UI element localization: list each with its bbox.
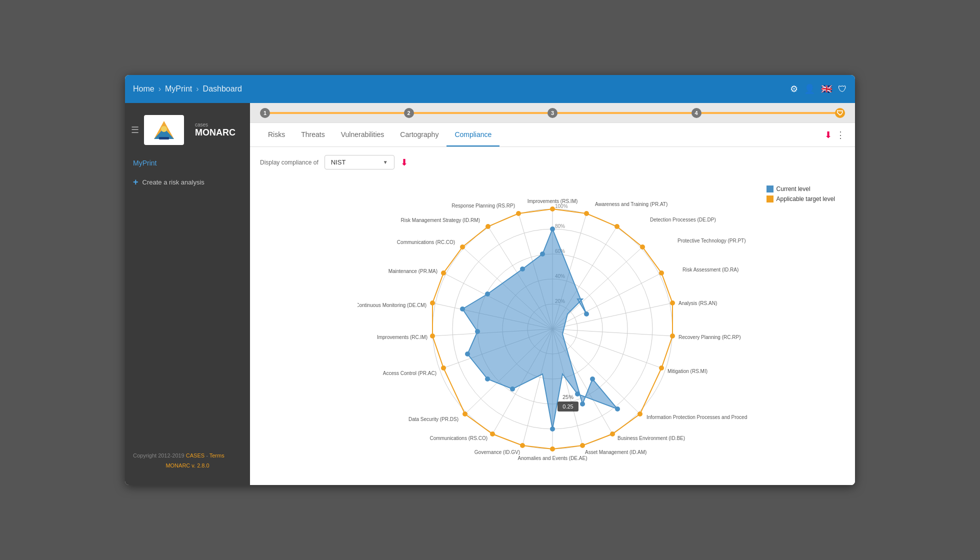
svg-text:Communications (RC.CO): Communications (RC.CO)	[397, 240, 455, 245]
select-value: NIST	[331, 158, 346, 166]
svg-text:Communications (RS.CO): Communications (RS.CO)	[430, 436, 488, 441]
titlebar-actions: ⚙ 👤 🇬🇧 🛡	[790, 84, 847, 94]
svg-point-52	[441, 366, 446, 370]
breadcrumb-myprint[interactable]: MyPrint	[165, 84, 192, 94]
terms-link[interactable]: Terms	[210, 452, 224, 458]
svg-point-45	[638, 412, 642, 416]
logo	[144, 115, 184, 145]
svg-text:Detection Processes (DE.DP): Detection Processes (DE.DP)	[650, 217, 716, 222]
progress-bar: 1 2 3 4 🛡	[250, 103, 855, 123]
svg-point-61	[584, 312, 589, 316]
tab-compliance[interactable]: Compliance	[446, 123, 500, 146]
download-tab-icon[interactable]: ⬇	[824, 130, 832, 140]
svg-point-58	[516, 211, 521, 216]
svg-point-54	[430, 300, 435, 306]
svg-text:Maintenance (PR.MA): Maintenance (PR.MA)	[388, 268, 438, 274]
svg-text:100%: 100%	[555, 204, 568, 209]
download-chart-icon[interactable]: ⬇	[400, 157, 408, 168]
svg-rect-3	[159, 137, 169, 140]
chart-legend: Current level Applicable target level	[766, 186, 835, 202]
nist-select[interactable]: NIST ▼	[324, 155, 394, 170]
cases-label: cases	[195, 122, 236, 128]
svg-point-55	[441, 270, 446, 276]
svg-point-42	[670, 300, 675, 306]
breadcrumb-sep2: ›	[196, 84, 198, 94]
cases-link[interactable]: CASES	[186, 452, 204, 458]
progress-step-4[interactable]: 4	[692, 108, 702, 118]
copyright-text: Copyright 2012-2019	[133, 452, 186, 458]
breadcrumb-dashboard[interactable]: Dashboard	[203, 84, 242, 94]
radar-grid: 20% 40% 60% 80% 100%	[358, 198, 748, 461]
svg-point-60	[550, 226, 555, 232]
legend-target-color	[766, 196, 774, 202]
svg-text:Mitigation (RS.MI): Mitigation (RS.MI)	[668, 368, 708, 374]
svg-point-71	[460, 306, 465, 312]
progress-step-3[interactable]: 3	[548, 108, 558, 118]
hamburger-icon[interactable]: ☰	[131, 124, 139, 136]
tabs-bar: Risks Threats Vulnerabilities Cartograph…	[250, 123, 855, 147]
svg-text:Response Planning (RS.RP): Response Planning (RS.RP)	[452, 203, 515, 208]
svg-point-39	[614, 224, 620, 229]
svg-text:Improvements (RS.IM): Improvements (RS.IM)	[528, 198, 578, 204]
legend-current-color	[766, 186, 774, 192]
tab-cartography[interactable]: Cartography	[392, 123, 446, 146]
svg-point-57	[486, 224, 490, 229]
sidebar-myprint[interactable]: MyPrint	[125, 153, 250, 173]
select-arrow-icon: ▼	[383, 160, 388, 165]
breadcrumb: Home › MyPrint › Dashboard	[133, 84, 242, 94]
progress-dots: 1 2 3 4 🛡	[260, 108, 845, 118]
svg-point-66	[550, 426, 555, 432]
svg-point-56	[460, 244, 465, 250]
svg-point-70	[475, 329, 480, 334]
legend-current-label: Current level	[776, 186, 810, 192]
svg-marker-59	[462, 229, 618, 429]
user-icon[interactable]: 👤	[804, 84, 815, 94]
svg-point-53	[430, 334, 435, 338]
progress-step-shield[interactable]: 🛡	[835, 108, 845, 118]
flag-icon[interactable]: 🇬🇧	[821, 84, 832, 94]
svg-point-62	[580, 402, 585, 406]
svg-point-37	[550, 206, 555, 212]
shield-icon[interactable]: 🛡	[838, 84, 847, 94]
tab-actions: ⬇ ⋮	[824, 130, 845, 140]
svg-point-63	[590, 376, 595, 382]
svg-point-44	[659, 366, 664, 370]
svg-point-48	[550, 446, 555, 452]
progress-step-1[interactable]: 1	[260, 108, 270, 118]
radar-chart-container: 20% 40% 60% 80% 100%	[260, 176, 845, 477]
tab-vulnerabilities[interactable]: Vulnerabilities	[333, 123, 392, 146]
progress-track: 1 2 3 4 🛡	[260, 112, 845, 114]
sidebar: ☰ cases MONARC MyPrint + Create a	[125, 103, 250, 485]
more-icon[interactable]: ⋮	[836, 130, 845, 140]
tab-risks[interactable]: Risks	[260, 123, 293, 146]
chart-control-label: Display compliance of	[260, 159, 318, 166]
monarc-footer-link[interactable]: MONARC v. 2.8.0	[133, 461, 242, 471]
svg-text:Risk Assessment (ID.RA): Risk Assessment (ID.RA)	[682, 267, 738, 272]
svg-point-51	[462, 412, 468, 416]
svg-text:Security Continuous Monitoring: Security Continuous Monitoring (DE.CM)	[358, 302, 426, 308]
legend-current: Current level	[766, 186, 835, 192]
svg-text:Recovery Planning (RC.RP): Recovery Planning (RC.RP)	[678, 334, 741, 340]
svg-point-49	[520, 443, 525, 448]
progress-step-2[interactable]: 2	[404, 108, 414, 118]
svg-point-43	[670, 334, 675, 338]
svg-text:Improvements (RC.IM): Improvements (RC.IM)	[377, 334, 428, 340]
breadcrumb-home[interactable]: Home	[133, 84, 154, 94]
svg-point-50	[490, 432, 495, 436]
svg-point-2	[161, 126, 167, 132]
svg-text:Data Security (PR.DS): Data Security (PR.DS)	[408, 416, 458, 422]
tab-threats[interactable]: Threats	[293, 123, 332, 146]
sidebar-create[interactable]: + Create a risk analysis	[125, 173, 250, 192]
svg-text:Analysis (RS.AN): Analysis (RS.AN)	[678, 300, 717, 306]
app-body: ☰ cases MONARC MyPrint + Create a	[125, 103, 855, 485]
titlebar: Home › MyPrint › Dashboard ⚙ 👤 🇬🇧 🛡	[125, 75, 855, 103]
logo-area: ☰ cases MONARC	[125, 111, 250, 153]
svg-line-20	[552, 329, 672, 336]
monarc-label: MONARC	[195, 128, 236, 138]
gear-icon[interactable]: ⚙	[790, 84, 798, 94]
chart-select-area: NIST ▼	[324, 155, 394, 170]
svg-text:Protective Technology (PR.PT): Protective Technology (PR.PT)	[678, 238, 746, 244]
main-content: 1 2 3 4 🛡 Risks Threats Vulnerabilities …	[250, 103, 855, 485]
svg-text:Governance (ID.GV): Governance (ID.GV)	[474, 450, 520, 455]
svg-text:Information Protection Process: Information Protection Processes and Pro…	[646, 414, 748, 420]
